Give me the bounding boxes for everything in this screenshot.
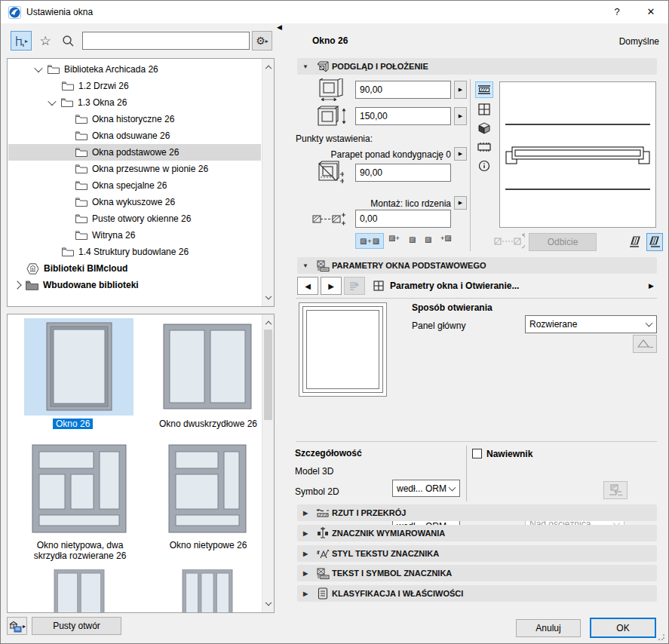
next-page-button[interactable]: ▶: [321, 277, 342, 295]
help-button[interactable]: ?: [606, 1, 628, 23]
parameter-preview: [299, 302, 387, 397]
section-header-dimension-marker[interactable]: ▶ ZNACZNIK WYMIAROWANIA: [297, 525, 657, 541]
gallery-scrollbar[interactable]: [262, 314, 274, 612]
tree-item-biblioteka-archicada[interactable]: Biblioteka Archicada 26: [8, 61, 261, 78]
collapsed-triangle-icon: ▶: [297, 570, 314, 577]
library-icon: [8, 620, 23, 633]
search-button[interactable]: [58, 31, 78, 51]
montage-reference-button[interactable]: ▶: [454, 196, 467, 210]
scrollbar-thumb[interactable]: [264, 330, 272, 420]
section-header-marker-text-symbol[interactable]: ▶ TEKST I SYMBOL ZNACZNIKA: [297, 565, 657, 581]
thumbnail-okno-nietypowa-dwa[interactable]: [24, 444, 133, 533]
anchor-mode-5-button[interactable]: +▨: [440, 235, 452, 242]
tree-item-witryna[interactable]: Witryna 26: [8, 227, 261, 244]
folder-filled-icon: [26, 281, 38, 290]
library-part-button[interactable]: ▸: [7, 617, 27, 635]
tree-item-puste-otwory[interactable]: Puste otwory okienne 26: [8, 210, 261, 227]
cancel-button[interactable]: Anuluj: [516, 619, 581, 637]
scroll-down-icon[interactable]: [265, 600, 271, 606]
preview-mode-plan-button[interactable]: [475, 81, 493, 98]
anchor-mode-4-button[interactable]: ▨: [425, 236, 431, 244]
thumbnail-okno-26[interactable]: [24, 318, 133, 416]
tree-item-okna-specjalne[interactable]: Okna specjalne 26: [8, 177, 261, 194]
width-input[interactable]: [355, 81, 451, 99]
section-header-window-parameters[interactable]: ▼ PARAMETRY OKNA PODSTAWOWEGO: [297, 257, 657, 274]
tree-item-struktury-budowlane[interactable]: 1.4 Struktury budowlane 26: [8, 244, 261, 260]
height-input[interactable]: [355, 107, 451, 125]
settings-button[interactable]: ⚙ ▸: [252, 31, 272, 51]
thumbnail-gallery: Okno 26 Okno dwuskrzydłowe 26 Okno niety…: [7, 314, 275, 613]
tree-item-biblioteki-bimcloud[interactable]: Biblioteki BIMcloud: [8, 260, 261, 277]
vent-checkbox[interactable]: [472, 449, 482, 458]
tree-item-okna[interactable]: 1.3 Okna 26: [8, 94, 261, 111]
anchor-mode-3-button[interactable]: ▨: [409, 236, 416, 244]
scroll-up-icon[interactable]: [265, 321, 271, 327]
vent-settings-button[interactable]: [603, 481, 628, 499]
flip-left-button[interactable]: [628, 233, 644, 251]
main-panel-label: Panel główny: [412, 320, 465, 331]
resize-grip[interactable]: [658, 633, 665, 641]
dimension-marker-icon: [317, 527, 329, 539]
tree-scrollbar[interactable]: [262, 59, 274, 306]
folder-icon: [75, 115, 87, 124]
sill-height-input[interactable]: [355, 164, 451, 182]
scroll-up-icon[interactable]: [265, 66, 271, 72]
scroll-down-icon[interactable]: [265, 293, 271, 299]
favorites-button[interactable]: ☆: [35, 31, 55, 51]
thumbnail-label[interactable]: Okno nietypowa, dwa skrzydła rozwierane …: [27, 540, 133, 561]
flip-right-button[interactable]: [646, 233, 663, 251]
sill-reference-button[interactable]: ▶: [454, 147, 467, 161]
tree-item-okna-odsuwane[interactable]: Okna odsuwane 26: [8, 127, 261, 144]
chevron-right-icon[interactable]: [13, 281, 21, 289]
opening-angle-button[interactable]: [633, 335, 657, 353]
width-options-button[interactable]: ▶: [454, 81, 467, 99]
ok-button[interactable]: OK: [590, 618, 656, 638]
thumbnail-okno-nietypowe[interactable]: [152, 444, 262, 533]
thumbnail-okno-dwuskrzydlowe[interactable]: [152, 318, 262, 409]
mirror-button[interactable]: Odbicie: [529, 233, 597, 251]
chevron-down-icon[interactable]: [34, 64, 42, 72]
thumbnail-partial-2[interactable]: [152, 569, 262, 612]
anchor-mode-selected-button[interactable]: ▨ + ▨: [355, 233, 384, 249]
page-forward-icon[interactable]: ▶: [649, 282, 654, 290]
section-title: PODGLĄD I POŁOŻENIE: [332, 62, 428, 71]
transfer-settings-button[interactable]: [344, 277, 365, 295]
anchor-mode-2-button[interactable]: ▨+: [388, 235, 400, 242]
tree-item-okna-wykuszowe[interactable]: Okna wykuszowe 26: [8, 194, 261, 210]
thumbnail-label[interactable]: Okno nietypowe 26: [155, 540, 261, 550]
preview-mode-elevation-button[interactable]: [475, 101, 493, 118]
tree-item-okna-historyczne[interactable]: Okna historyczne 26: [8, 111, 261, 127]
tree-item-okna-podstawowe[interactable]: Okna podstawowe 26: [8, 144, 261, 161]
preview-canvas[interactable]: [499, 81, 656, 228]
tree-item-drzwi[interactable]: 1.2 Drzwi 26: [8, 78, 261, 94]
plan-view-icon: [477, 84, 491, 95]
empty-opening-button[interactable]: Pusty otwór: [32, 617, 121, 635]
parameter-page-selector[interactable]: Parametry okna i Otwieranie... ▶: [369, 277, 657, 295]
tree-item-wbudowane-biblioteki[interactable]: Wbudowane biblioteki: [8, 277, 261, 293]
insertion-points-label: Punkty wstawienia:: [296, 133, 373, 144]
preview-mode-section-button[interactable]: [475, 139, 493, 155]
thumbnail-partial-1[interactable]: [24, 569, 133, 612]
panel-collapse-handle[interactable]: ◀: [277, 23, 282, 31]
close-button[interactable]: ✕: [640, 1, 662, 23]
model3d-dropdown[interactable]: wedł... ORM: [392, 480, 460, 497]
section-header-plan-section[interactable]: ▶ RZUT I PRZEKRÓJ: [297, 504, 657, 521]
section-header-marker-text-style[interactable]: ▶ STYL TEKSTU ZNACZNIKA: [297, 545, 657, 562]
tree-item-okna-przesuwne[interactable]: Okna przesuwne w pionie 26: [8, 161, 261, 177]
section-header-preview-position[interactable]: ▼ PODGLĄD I POŁOŻENIE: [297, 58, 657, 75]
preview-mode-3d-button[interactable]: [475, 120, 493, 136]
bimcloud-icon: [26, 263, 39, 274]
section-header-classification-properties[interactable]: ▶ KLASYFIKACJA I WŁAŚCIWOŚCI: [297, 585, 657, 602]
preview-mode-info-button[interactable]: [475, 158, 493, 174]
thumbnail-label[interactable]: Okno 26: [53, 419, 93, 429]
prev-page-button[interactable]: ◀: [297, 277, 318, 295]
search-input[interactable]: [82, 32, 250, 50]
montage-offset-input[interactable]: [355, 210, 451, 228]
folder-icon: [48, 65, 60, 74]
thumbnail-label[interactable]: Okno dwuskrzydłowe 26: [155, 419, 261, 429]
chevron-down-icon[interactable]: [48, 97, 56, 106]
main-panel-dropdown[interactable]: Rozwierane: [525, 315, 657, 333]
archicad-logo-icon: [8, 6, 21, 19]
height-options-button[interactable]: ▶: [454, 107, 467, 125]
object-type-button[interactable]: ▸: [11, 31, 32, 51]
